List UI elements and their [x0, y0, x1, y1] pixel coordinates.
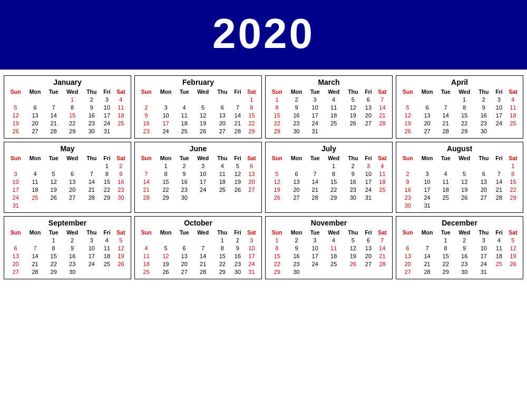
calendar-day[interactable]: 10: [83, 244, 101, 252]
calendar-day[interactable]: [417, 95, 437, 103]
calendar-day[interactable]: 13: [176, 252, 193, 260]
calendar-day[interactable]: [398, 236, 417, 244]
calendar-day[interactable]: 25: [213, 185, 231, 193]
calendar-day[interactable]: 18: [375, 178, 390, 185]
calendar-day[interactable]: 23: [176, 185, 193, 193]
calendar-day[interactable]: 15: [101, 178, 113, 185]
calendar-day[interactable]: [83, 162, 101, 170]
calendar-day[interactable]: 9: [286, 103, 306, 111]
calendar-day[interactable]: 5: [505, 236, 521, 244]
calendar-day[interactable]: [375, 268, 390, 276]
calendar-day[interactable]: 7: [417, 244, 437, 252]
calendar-day[interactable]: 19: [113, 252, 129, 260]
calendar-day[interactable]: 20: [398, 260, 417, 268]
calendar-day[interactable]: 27: [244, 185, 259, 193]
calendar-day[interactable]: [137, 162, 155, 170]
calendar-day[interactable]: [454, 201, 475, 209]
calendar-day[interactable]: 25: [437, 193, 454, 201]
calendar-day[interactable]: 23: [286, 260, 306, 268]
calendar-day[interactable]: 20: [475, 185, 493, 193]
calendar-day[interactable]: 21: [493, 185, 505, 193]
calendar-day[interactable]: [437, 95, 454, 103]
calendar-day[interactable]: 5: [113, 236, 129, 244]
calendar-day[interactable]: 4: [213, 162, 231, 170]
calendar-day[interactable]: 16: [286, 111, 306, 119]
calendar-day[interactable]: 18: [505, 111, 521, 119]
calendar-day[interactable]: 28: [83, 193, 101, 201]
calendar-day[interactable]: 9: [231, 244, 244, 252]
calendar-day[interactable]: 28: [437, 127, 454, 135]
calendar-day[interactable]: 17: [362, 178, 375, 185]
calendar-day[interactable]: 4: [493, 236, 505, 244]
calendar-day[interactable]: 18: [324, 252, 344, 260]
calendar-day[interactable]: 2: [286, 236, 306, 244]
calendar-day[interactable]: 9: [176, 170, 193, 178]
calendar-day[interactable]: 25: [101, 260, 113, 268]
calendar-day[interactable]: 28: [45, 127, 62, 135]
calendar-day[interactable]: 9: [454, 244, 475, 252]
calendar-day[interactable]: [45, 201, 62, 209]
calendar-day[interactable]: 18: [213, 178, 231, 185]
calendar-day[interactable]: [6, 95, 25, 103]
calendar-day[interactable]: 16: [113, 178, 129, 185]
calendar-day[interactable]: 18: [137, 260, 155, 268]
calendar-day[interactable]: 8: [155, 170, 175, 178]
calendar-day[interactable]: 17: [244, 252, 259, 260]
calendar-day[interactable]: 18: [176, 119, 193, 127]
calendar-day[interactable]: 26: [231, 185, 244, 193]
calendar-day[interactable]: [344, 127, 362, 135]
calendar-day[interactable]: 29: [244, 127, 259, 135]
calendar-day[interactable]: 25: [324, 260, 344, 268]
calendar-day[interactable]: 5: [454, 170, 475, 178]
calendar-day[interactable]: 14: [375, 244, 390, 252]
calendar-day[interactable]: 17: [475, 252, 493, 260]
calendar-day[interactable]: [155, 236, 175, 244]
calendar-day[interactable]: 13: [6, 252, 25, 260]
calendar-day[interactable]: 30: [231, 268, 244, 276]
calendar-day[interactable]: 10: [475, 244, 493, 252]
calendar-day[interactable]: 26: [268, 193, 286, 201]
calendar-day[interactable]: 5: [344, 95, 362, 103]
calendar-day[interactable]: 15: [244, 111, 259, 119]
calendar-day[interactable]: [493, 201, 505, 209]
calendar-day[interactable]: 7: [25, 244, 45, 252]
calendar-day[interactable]: 2: [62, 236, 83, 244]
calendar-day[interactable]: 14: [375, 103, 390, 111]
calendar-day[interactable]: 15: [268, 111, 286, 119]
calendar-day[interactable]: 18: [113, 111, 129, 119]
calendar-day[interactable]: 27: [417, 127, 437, 135]
calendar-day[interactable]: 25: [375, 185, 390, 193]
calendar-day[interactable]: 1: [62, 95, 83, 103]
calendar-day[interactable]: 19: [45, 185, 62, 193]
calendar-day[interactable]: 6: [475, 170, 493, 178]
calendar-day[interactable]: [505, 201, 521, 209]
calendar-day[interactable]: 11: [113, 103, 129, 111]
calendar-day[interactable]: 17: [101, 111, 113, 119]
calendar-day[interactable]: 23: [83, 119, 101, 127]
calendar-day[interactable]: 25: [176, 127, 193, 135]
calendar-day[interactable]: 24: [244, 260, 259, 268]
calendar-day[interactable]: 11: [101, 244, 113, 252]
calendar-day[interactable]: 5: [231, 162, 244, 170]
calendar-day[interactable]: 23: [231, 260, 244, 268]
calendar-day[interactable]: 16: [231, 252, 244, 260]
calendar-day[interactable]: 10: [101, 103, 113, 111]
calendar-day[interactable]: 11: [324, 244, 344, 252]
calendar-day[interactable]: [137, 236, 155, 244]
calendar-day[interactable]: 13: [398, 252, 417, 260]
calendar-day[interactable]: 13: [362, 244, 375, 252]
calendar-day[interactable]: 9: [398, 178, 417, 185]
calendar-day[interactable]: 12: [45, 178, 62, 185]
calendar-day[interactable]: 2: [137, 103, 155, 111]
calendar-day[interactable]: 4: [113, 95, 129, 103]
calendar-day[interactable]: 24: [307, 119, 324, 127]
calendar-day[interactable]: 8: [101, 170, 113, 178]
calendar-day[interactable]: 24: [101, 119, 113, 127]
calendar-day[interactable]: 11: [505, 103, 521, 111]
calendar-day[interactable]: 13: [25, 111, 45, 119]
calendar-day[interactable]: 4: [324, 95, 344, 103]
calendar-day[interactable]: 26: [45, 193, 62, 201]
calendar-day[interactable]: [362, 127, 375, 135]
calendar-day[interactable]: 21: [231, 119, 244, 127]
calendar-day[interactable]: 7: [193, 244, 213, 252]
